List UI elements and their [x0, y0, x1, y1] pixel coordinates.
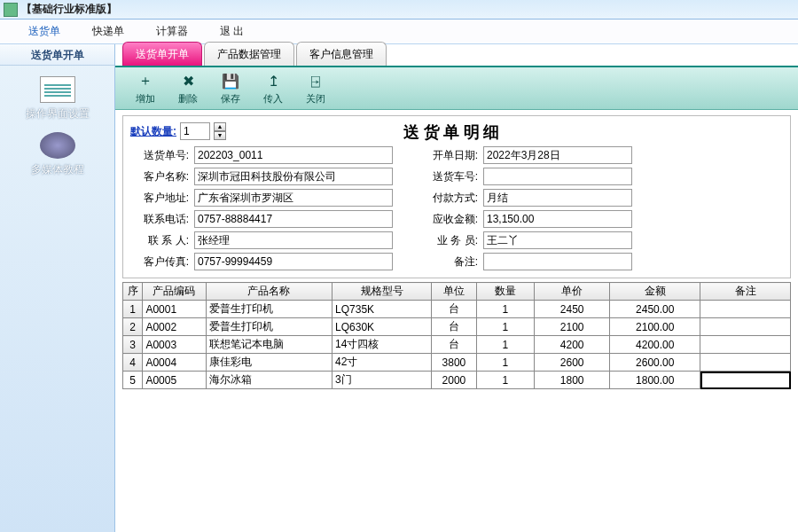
form-input-left-4[interactable]: [194, 231, 393, 249]
grid-header-4[interactable]: 单位: [431, 283, 476, 301]
grid-cell-r4-c5[interactable]: 1: [476, 372, 534, 389]
tab-2[interactable]: 客户信息管理: [296, 42, 387, 66]
grid-cell-r1-c8[interactable]: [700, 318, 791, 336]
grid-cell-r0-c0[interactable]: 1: [123, 301, 143, 318]
grid-cell-r1-c4[interactable]: 台: [431, 318, 476, 336]
grid-header-1[interactable]: 产品编码: [143, 283, 206, 301]
grid-cell-r2-c1[interactable]: A0003: [143, 336, 206, 354]
form-label-right-0: 开单日期:: [419, 148, 478, 163]
grid-cell-r0-c4[interactable]: 台: [431, 301, 476, 318]
grid-cell-r0-c7[interactable]: 2450.00: [610, 301, 700, 318]
default-qty-spinner[interactable]: ▲▼: [214, 122, 226, 140]
form-input-left-5[interactable]: [194, 253, 393, 270]
toolbar-label: 关闭: [306, 92, 325, 106]
main-menu: 送货单快递单计算器退 出: [0, 20, 798, 44]
toolbar-icon-1: ✖: [178, 72, 198, 91]
spinner-up-icon[interactable]: ▲: [214, 122, 226, 131]
form-input-left-2[interactable]: [194, 189, 393, 207]
grid-cell-r2-c8[interactable]: [700, 336, 791, 354]
grid-cell-r2-c7[interactable]: 4200.00: [610, 336, 700, 354]
grid-header-0[interactable]: 序: [123, 283, 143, 301]
grid-cell-r4-c8[interactable]: [700, 372, 791, 389]
grid-header-5[interactable]: 数量: [476, 283, 534, 301]
data-grid[interactable]: 序产品编码产品名称规格型号单位数量单价金额备注1A0001爱普生打印机LQ735…: [122, 282, 791, 389]
grid-cell-r3-c5[interactable]: 1: [476, 354, 534, 372]
toolbar-label: 增加: [136, 92, 155, 106]
grid-cell-r2-c3[interactable]: 14寸四核: [332, 336, 432, 354]
grid-cell-r0-c8[interactable]: [700, 301, 791, 318]
grid-cell-r2-c0[interactable]: 3: [123, 336, 143, 354]
grid-cell-r0-c6[interactable]: 2450: [534, 301, 609, 318]
grid-cell-r2-c5[interactable]: 1: [476, 336, 534, 354]
toolbar-icon-3: ↥: [263, 72, 283, 91]
default-qty-input[interactable]: [180, 122, 210, 140]
grid-header-6[interactable]: 单价: [534, 283, 609, 301]
menu-item-0[interactable]: 送货单: [12, 20, 76, 43]
toolbar: ＋增加✖删除💾保存↥传入⍈关闭: [115, 67, 798, 110]
toolbar-关闭-button[interactable]: ⍈关闭: [294, 72, 337, 106]
grid-cell-r3-c0[interactable]: 4: [123, 354, 143, 372]
grid-cell-r2-c2[interactable]: 联想笔记本电脑: [206, 336, 332, 354]
grid-cell-r2-c4[interactable]: 台: [431, 336, 476, 354]
menu-item-1[interactable]: 快递单: [76, 20, 140, 43]
headset-icon: [40, 132, 75, 159]
grid-cell-r1-c1[interactable]: A0002: [143, 318, 206, 336]
sidebar-item-0[interactable]: 操作界面设置: [9, 76, 106, 121]
form-input-left-3[interactable]: [194, 210, 393, 228]
form-input-right-5[interactable]: [483, 253, 632, 270]
sidebar: 送货单开单 操作界面设置多媒体教程: [0, 44, 115, 532]
grid-cell-r0-c1[interactable]: A0001: [143, 301, 206, 318]
tab-0[interactable]: 送货单开单: [122, 42, 202, 66]
grid-header-8[interactable]: 备注: [700, 283, 791, 301]
form-input-right-3[interactable]: [483, 210, 632, 228]
grid-cell-r4-c1[interactable]: A0005: [143, 372, 206, 389]
grid-cell-r1-c0[interactable]: 2: [123, 318, 143, 336]
app-icon: [4, 3, 18, 17]
grid-cell-r3-c6[interactable]: 2600: [534, 354, 609, 372]
menu-item-3[interactable]: 退 出: [204, 20, 260, 43]
grid-cell-r4-c0[interactable]: 5: [123, 372, 143, 389]
form-label-left-2: 客户地址:: [130, 191, 189, 206]
form-input-right-2[interactable]: [483, 189, 632, 207]
grid-cell-r3-c3[interactable]: 42寸: [332, 354, 432, 372]
grid-cell-r3-c2[interactable]: 康佳彩电: [206, 354, 332, 372]
sidebar-item-label: 多媒体教程: [31, 162, 84, 177]
grid-header-3[interactable]: 规格型号: [332, 283, 432, 301]
grid-cell-r1-c5[interactable]: 1: [476, 318, 534, 336]
toolbar-保存-button[interactable]: 💾保存: [209, 72, 252, 106]
form-input-right-4[interactable]: [483, 231, 632, 249]
toolbar-删除-button[interactable]: ✖删除: [167, 72, 209, 106]
grid-cell-r1-c6[interactable]: 2100: [534, 318, 609, 336]
grid-cell-r3-c7[interactable]: 2600.00: [610, 354, 700, 372]
menu-item-2[interactable]: 计算器: [140, 20, 204, 43]
grid-cell-r2-c6[interactable]: 4200: [534, 336, 609, 354]
grid-cell-r4-c6[interactable]: 1800: [534, 372, 609, 389]
form-input-right-0[interactable]: [483, 146, 632, 164]
grid-cell-r0-c3[interactable]: LQ735K: [332, 301, 432, 318]
form-input-left-1[interactable]: [194, 168, 393, 185]
form-label-left-3: 联系电话:: [130, 212, 189, 227]
grid-cell-r1-c3[interactable]: LQ630K: [332, 318, 432, 336]
window-titlebar: 【基础行业标准版】: [0, 0, 798, 20]
form-input-right-1[interactable]: [483, 168, 632, 185]
grid-cell-r4-c3[interactable]: 3门: [332, 372, 432, 389]
grid-cell-r4-c4[interactable]: 2000: [431, 372, 476, 389]
grid-cell-r0-c5[interactable]: 1: [476, 301, 534, 318]
tab-1[interactable]: 产品数据管理: [204, 42, 294, 66]
grid-header-2[interactable]: 产品名称: [206, 283, 332, 301]
grid-cell-r1-c7[interactable]: 2100.00: [610, 318, 700, 336]
grid-cell-r1-c2[interactable]: 爱普生打印机: [206, 318, 332, 336]
grid-cell-r0-c2[interactable]: 爱普生打印机: [206, 301, 332, 318]
toolbar-增加-button[interactable]: ＋增加: [124, 72, 167, 106]
sidebar-item-1[interactable]: 多媒体教程: [9, 132, 106, 177]
grid-cell-r3-c1[interactable]: A0004: [143, 354, 206, 372]
spinner-down-icon[interactable]: ▼: [214, 131, 226, 140]
grid-cell-r4-c2[interactable]: 海尔冰箱: [206, 372, 332, 389]
grid-cell-r3-c8[interactable]: [700, 354, 791, 372]
form-input-left-0[interactable]: [194, 146, 393, 164]
toolbar-label: 删除: [178, 92, 198, 106]
grid-header-7[interactable]: 金额: [610, 283, 700, 301]
toolbar-传入-button[interactable]: ↥传入: [252, 72, 294, 106]
grid-cell-r4-c7[interactable]: 1800.00: [610, 372, 700, 389]
grid-cell-r3-c4[interactable]: 3800: [431, 354, 476, 372]
